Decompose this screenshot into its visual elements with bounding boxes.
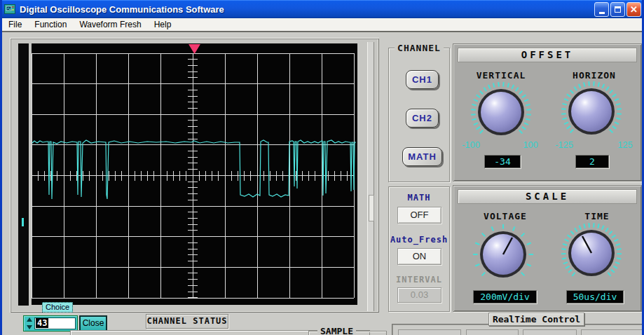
menu-function[interactable]: Function	[28, 18, 73, 31]
voltage-scale-label: VOLTAGE	[467, 211, 544, 221]
channel-group-title: CHANNEL	[395, 43, 444, 53]
menu-waveform-fresh[interactable]: Waveform Fresh	[73, 18, 147, 31]
minimize-icon	[599, 12, 605, 14]
sample-group-title: SAMPLE	[317, 326, 356, 335]
window-title: Digital Oscilloscope Communications Soft…	[20, 4, 224, 15]
math-toggle[interactable]: OFF	[397, 207, 441, 224]
choice-numeric-control: 43	[23, 315, 78, 331]
math-button[interactable]: MATH	[402, 147, 442, 166]
scope-grid	[32, 53, 354, 298]
ch2-button[interactable]: CH2	[406, 109, 439, 128]
plot-scrollbar-handle[interactable]	[369, 195, 374, 221]
spinner-up-icon[interactable]	[27, 317, 32, 322]
voltage-scale-readout[interactable]: 200mV/div	[473, 290, 537, 303]
menu-file[interactable]: File	[2, 18, 28, 31]
voltage-scale-knob[interactable]	[470, 221, 537, 288]
maximize-icon	[615, 6, 621, 13]
vertical-max-label: 100	[518, 139, 543, 150]
horizon-min-label: -125	[549, 139, 579, 150]
time-scale-readout[interactable]: 50us/div	[566, 290, 624, 303]
menu-help[interactable]: Help	[148, 18, 178, 31]
vertical-min-label: -100	[456, 139, 486, 150]
scope-plot-area[interactable]	[32, 43, 357, 305]
autofresh-label: Auto_Fresh	[385, 235, 453, 245]
menu-bar: File Function Waveform Fresh Help	[2, 18, 642, 32]
title-bar: Digital Oscilloscope Communications Soft…	[0, 0, 644, 18]
interval-label: INTERVAL	[388, 275, 450, 285]
close-icon: ✕	[630, 4, 638, 15]
maximize-button[interactable]	[610, 2, 625, 17]
choice-spinner[interactable]	[25, 317, 34, 329]
realtime-control-title: RealTime Control	[488, 313, 584, 326]
plot-right-scrollbar[interactable]	[367, 42, 374, 311]
close-dialog-button[interactable]: Close	[79, 315, 107, 331]
spinner-down-icon[interactable]	[27, 325, 32, 329]
math-label: MATH	[388, 193, 450, 203]
scale-panel-title: SCALE	[458, 189, 637, 204]
realtime-button-3[interactable]	[523, 329, 577, 335]
minimize-button[interactable]	[594, 2, 609, 17]
autofresh-toggle[interactable]: ON	[397, 248, 441, 265]
channel-status-label: CHANNEL STATUS	[146, 314, 228, 329]
vertical-offset-knob[interactable]	[467, 78, 535, 146]
vertical-indicator-marker[interactable]	[22, 218, 24, 226]
trigger-marker[interactable]	[189, 44, 200, 54]
interval-display: 0.03	[397, 287, 441, 303]
realtime-button-2[interactable]	[466, 329, 519, 335]
ch1-button[interactable]: CH1	[406, 70, 439, 89]
vertical-indicator-track[interactable]	[18, 43, 29, 306]
close-button[interactable]: ✕	[626, 2, 641, 17]
horizon-offset-readout[interactable]: 2	[575, 155, 609, 168]
horizon-offset-knob[interactable]	[558, 78, 625, 145]
time-scale-knob[interactable]	[558, 219, 625, 287]
app-icon	[4, 4, 15, 15]
realtime-button-1[interactable]	[398, 329, 461, 335]
horizon-max-label: 125	[612, 139, 638, 150]
offset-panel-title: OFFSET	[458, 48, 637, 62]
vertical-offset-readout[interactable]: -34	[484, 155, 521, 168]
realtime-button-4[interactable]	[581, 329, 644, 335]
choice-tooltip: Choice	[42, 302, 73, 313]
choice-value-field[interactable]: 43	[34, 317, 76, 329]
app-window: Digital Oscilloscope Communications Soft…	[0, 0, 644, 335]
